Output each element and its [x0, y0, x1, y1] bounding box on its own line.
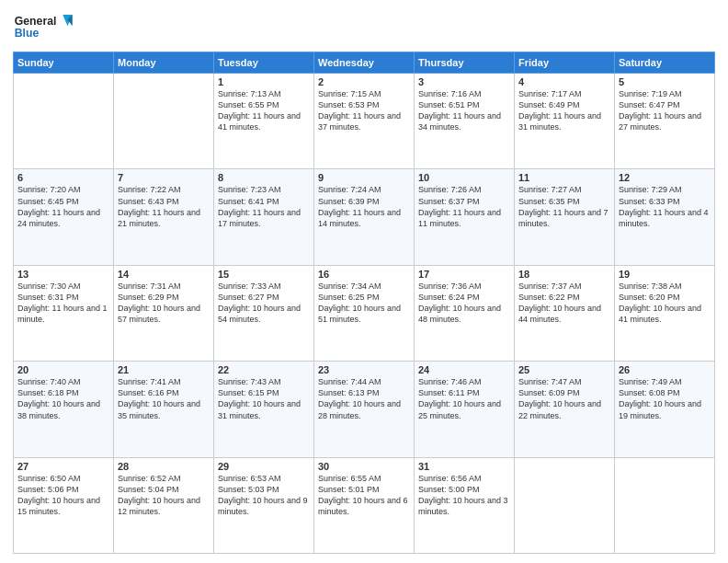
weekday-row: SundayMondayTuesdayWednesdayThursdayFrid…	[14, 52, 715, 74]
header: General Blue	[13, 9, 715, 44]
cell-text: Sunrise: 7:29 AM Sunset: 6:33 PM Dayligh…	[619, 184, 711, 229]
day-number: 9	[318, 172, 410, 183]
day-number: 6	[17, 172, 109, 183]
cell-text: Sunrise: 7:17 AM Sunset: 6:49 PM Dayligh…	[518, 88, 610, 133]
day-number: 21	[118, 364, 210, 375]
day-number: 11	[518, 172, 610, 183]
calendar-week-1: 1Sunrise: 7:13 AM Sunset: 6:55 PM Daylig…	[14, 74, 715, 169]
calendar-cell: 17Sunrise: 7:36 AM Sunset: 6:24 PM Dayli…	[415, 265, 515, 361]
day-number: 3	[418, 76, 510, 87]
calendar-cell: 24Sunrise: 7:46 AM Sunset: 6:11 PM Dayli…	[415, 362, 515, 457]
day-number: 26	[619, 364, 711, 375]
calendar-cell: 3Sunrise: 7:16 AM Sunset: 6:51 PM Daylig…	[415, 74, 515, 169]
calendar-header: SundayMondayTuesdayWednesdayThursdayFrid…	[14, 52, 715, 74]
calendar-week-4: 20Sunrise: 7:40 AM Sunset: 6:18 PM Dayli…	[14, 362, 715, 457]
calendar-cell	[14, 74, 114, 169]
calendar-body: 1Sunrise: 7:13 AM Sunset: 6:55 PM Daylig…	[14, 74, 715, 554]
logo: General Blue	[13, 9, 77, 44]
calendar-cell: 8Sunrise: 7:23 AM Sunset: 6:41 PM Daylig…	[214, 169, 314, 265]
day-number: 27	[17, 461, 109, 472]
calendar-cell: 12Sunrise: 7:29 AM Sunset: 6:33 PM Dayli…	[615, 169, 715, 265]
cell-text: Sunrise: 7:49 AM Sunset: 6:08 PM Dayligh…	[619, 376, 711, 421]
day-number: 10	[418, 172, 510, 183]
calendar-cell: 9Sunrise: 7:24 AM Sunset: 6:39 PM Daylig…	[314, 169, 415, 265]
day-number: 20	[17, 364, 109, 375]
calendar-cell: 13Sunrise: 7:30 AM Sunset: 6:31 PM Dayli…	[14, 265, 114, 361]
day-number: 19	[619, 269, 711, 280]
weekday-friday: Friday	[515, 52, 615, 74]
cell-text: Sunrise: 7:46 AM Sunset: 6:11 PM Dayligh…	[418, 376, 510, 421]
calendar-cell: 2Sunrise: 7:15 AM Sunset: 6:53 PM Daylig…	[314, 74, 415, 169]
day-number: 24	[418, 364, 510, 375]
cell-text: Sunrise: 7:30 AM Sunset: 6:31 PM Dayligh…	[17, 281, 109, 326]
cell-text: Sunrise: 7:33 AM Sunset: 6:27 PM Dayligh…	[218, 281, 310, 326]
calendar-cell	[114, 74, 214, 169]
cell-text: Sunrise: 7:27 AM Sunset: 6:35 PM Dayligh…	[518, 184, 610, 229]
cell-text: Sunrise: 7:38 AM Sunset: 6:20 PM Dayligh…	[619, 281, 711, 326]
calendar-week-3: 13Sunrise: 7:30 AM Sunset: 6:31 PM Dayli…	[14, 265, 715, 361]
calendar-cell: 10Sunrise: 7:26 AM Sunset: 6:37 PM Dayli…	[415, 169, 515, 265]
weekday-monday: Monday	[114, 52, 214, 74]
calendar-cell	[615, 457, 715, 553]
cell-text: Sunrise: 7:40 AM Sunset: 6:18 PM Dayligh…	[17, 376, 109, 421]
calendar-cell: 4Sunrise: 7:17 AM Sunset: 6:49 PM Daylig…	[515, 74, 615, 169]
calendar-cell: 11Sunrise: 7:27 AM Sunset: 6:35 PM Dayli…	[515, 169, 615, 265]
cell-text: Sunrise: 7:24 AM Sunset: 6:39 PM Dayligh…	[318, 184, 410, 229]
day-number: 8	[218, 172, 310, 183]
calendar-cell: 15Sunrise: 7:33 AM Sunset: 6:27 PM Dayli…	[214, 265, 314, 361]
calendar-cell: 28Sunrise: 6:52 AM Sunset: 5:04 PM Dayli…	[114, 457, 214, 553]
day-number: 12	[619, 172, 711, 183]
calendar-cell: 25Sunrise: 7:47 AM Sunset: 6:09 PM Dayli…	[515, 362, 615, 457]
day-number: 29	[218, 461, 310, 472]
calendar-cell: 21Sunrise: 7:41 AM Sunset: 6:16 PM Dayli…	[114, 362, 214, 457]
calendar-week-5: 27Sunrise: 6:50 AM Sunset: 5:06 PM Dayli…	[14, 457, 715, 553]
calendar-cell: 19Sunrise: 7:38 AM Sunset: 6:20 PM Dayli…	[615, 265, 715, 361]
weekday-thursday: Thursday	[415, 52, 515, 74]
calendar-cell: 26Sunrise: 7:49 AM Sunset: 6:08 PM Dayli…	[615, 362, 715, 457]
calendar-cell: 5Sunrise: 7:19 AM Sunset: 6:47 PM Daylig…	[615, 74, 715, 169]
cell-text: Sunrise: 7:26 AM Sunset: 6:37 PM Dayligh…	[418, 184, 510, 229]
cell-text: Sunrise: 7:13 AM Sunset: 6:55 PM Dayligh…	[218, 88, 310, 133]
calendar-cell	[515, 457, 615, 553]
cell-text: Sunrise: 7:22 AM Sunset: 6:43 PM Dayligh…	[118, 184, 210, 229]
day-number: 15	[218, 269, 310, 280]
cell-text: Sunrise: 6:53 AM Sunset: 5:03 PM Dayligh…	[218, 473, 310, 518]
day-number: 22	[218, 364, 310, 375]
calendar-cell: 27Sunrise: 6:50 AM Sunset: 5:06 PM Dayli…	[14, 457, 114, 553]
weekday-sunday: Sunday	[14, 52, 114, 74]
calendar-cell: 16Sunrise: 7:34 AM Sunset: 6:25 PM Dayli…	[314, 265, 415, 361]
day-number: 2	[318, 76, 410, 87]
cell-text: Sunrise: 6:56 AM Sunset: 5:00 PM Dayligh…	[418, 473, 510, 518]
calendar-week-2: 6Sunrise: 7:20 AM Sunset: 6:45 PM Daylig…	[14, 169, 715, 265]
day-number: 17	[418, 269, 510, 280]
cell-text: Sunrise: 7:44 AM Sunset: 6:13 PM Dayligh…	[318, 376, 410, 421]
day-number: 23	[318, 364, 410, 375]
calendar-cell: 18Sunrise: 7:37 AM Sunset: 6:22 PM Dayli…	[515, 265, 615, 361]
calendar-cell: 30Sunrise: 6:55 AM Sunset: 5:01 PM Dayli…	[314, 457, 415, 553]
day-number: 7	[118, 172, 210, 183]
cell-text: Sunrise: 7:37 AM Sunset: 6:22 PM Dayligh…	[518, 281, 610, 326]
svg-text:General: General	[15, 15, 57, 28]
cell-text: Sunrise: 7:19 AM Sunset: 6:47 PM Dayligh…	[619, 88, 711, 133]
day-number: 28	[118, 461, 210, 472]
calendar-cell: 22Sunrise: 7:43 AM Sunset: 6:15 PM Dayli…	[214, 362, 314, 457]
cell-text: Sunrise: 7:16 AM Sunset: 6:51 PM Dayligh…	[418, 88, 510, 133]
day-number: 1	[218, 76, 310, 87]
weekday-saturday: Saturday	[615, 52, 715, 74]
day-number: 25	[518, 364, 610, 375]
day-number: 5	[619, 76, 711, 87]
cell-text: Sunrise: 7:31 AM Sunset: 6:29 PM Dayligh…	[118, 281, 210, 326]
cell-text: Sunrise: 6:50 AM Sunset: 5:06 PM Dayligh…	[17, 473, 109, 518]
calendar-cell: 23Sunrise: 7:44 AM Sunset: 6:13 PM Dayli…	[314, 362, 415, 457]
cell-text: Sunrise: 7:15 AM Sunset: 6:53 PM Dayligh…	[318, 88, 410, 133]
day-number: 18	[518, 269, 610, 280]
cell-text: Sunrise: 7:20 AM Sunset: 6:45 PM Dayligh…	[17, 184, 109, 229]
cell-text: Sunrise: 7:34 AM Sunset: 6:25 PM Dayligh…	[318, 281, 410, 326]
svg-text:Blue: Blue	[15, 27, 40, 40]
cell-text: Sunrise: 6:55 AM Sunset: 5:01 PM Dayligh…	[318, 473, 410, 518]
calendar-cell: 1Sunrise: 7:13 AM Sunset: 6:55 PM Daylig…	[214, 74, 314, 169]
calendar-cell: 20Sunrise: 7:40 AM Sunset: 6:18 PM Dayli…	[14, 362, 114, 457]
calendar-cell: 6Sunrise: 7:20 AM Sunset: 6:45 PM Daylig…	[14, 169, 114, 265]
cell-text: Sunrise: 7:43 AM Sunset: 6:15 PM Dayligh…	[218, 376, 310, 421]
calendar-cell: 29Sunrise: 6:53 AM Sunset: 5:03 PM Dayli…	[214, 457, 314, 553]
